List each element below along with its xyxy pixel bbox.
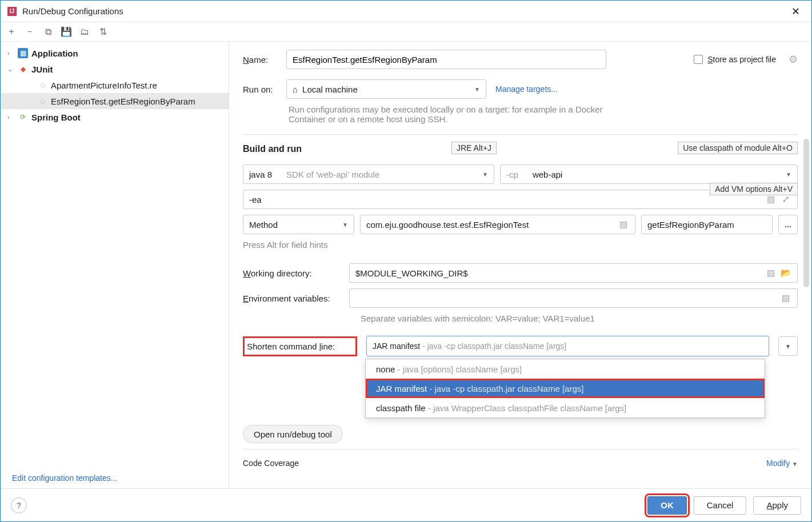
- junit-grey-icon: ◇: [37, 80, 47, 90]
- chevron-down-icon: ▼: [792, 461, 798, 467]
- remove-config-icon[interactable]: －: [25, 27, 35, 37]
- divider: [243, 134, 798, 135]
- working-dir-label: Working directory:: [243, 268, 340, 278]
- config-tree: › ▦ Application ⌄ ◆ JUnit ◇ ApartmentPic…: [1, 42, 229, 488]
- build-run-title: Build and run: [243, 144, 302, 154]
- spring-icon: ⟳: [18, 112, 28, 122]
- classpath-select[interactable]: -cp web-api ▼: [500, 164, 798, 184]
- env-vars-input[interactable]: ▤: [349, 288, 798, 308]
- apply-button[interactable]: Apply: [753, 496, 801, 515]
- divider: [243, 449, 798, 449]
- manage-targets-link[interactable]: Manage targets...: [495, 85, 558, 94]
- chevron-down-icon: ⌄: [7, 66, 14, 73]
- toolbar: ＋ － ⧉ 💾 🗂 ⇅: [1, 22, 811, 42]
- application-icon: ▦: [18, 48, 28, 58]
- junit-icon: ◆: [18, 64, 28, 74]
- copy-config-icon[interactable]: ⧉: [43, 27, 53, 37]
- close-icon[interactable]: ✕: [787, 3, 805, 20]
- class-input[interactable]: com.eju.goodhouse.test.esf.EsfRegionTest…: [360, 215, 635, 234]
- method-input[interactable]: getEsfRegionByParam: [641, 215, 773, 234]
- expand-list-icon[interactable]: ▤: [765, 194, 777, 205]
- field-hint: Press Alt for field hints: [243, 240, 798, 250]
- run-on-select[interactable]: ⌂ Local machine ▼: [286, 79, 486, 99]
- titlebar: IJ Run/Debug Configurations ✕: [1, 1, 811, 22]
- cancel-button[interactable]: Cancel: [694, 496, 747, 515]
- sort-config-icon[interactable]: ⇅: [98, 27, 108, 37]
- config-form: Name: Store as project file ⚙ Run on: ⌂ …: [229, 42, 811, 488]
- shorten-option-none[interactable]: none - java [options] className [args]: [366, 359, 765, 379]
- test-kind-select[interactable]: Method ▼: [243, 215, 354, 234]
- working-dir-input[interactable]: $MODULE_WORKING_DIR$ ▤ 📂: [349, 263, 798, 283]
- folder-icon[interactable]: 📂: [780, 267, 791, 279]
- shorten-select[interactable]: JAR manifest - java -cp classpath.jar cl…: [366, 336, 769, 356]
- shorten-label: Shorten command line:: [243, 336, 357, 356]
- checkbox-icon: [694, 55, 703, 64]
- gear-icon[interactable]: ⚙: [789, 53, 798, 66]
- jre-select[interactable]: java 8 SDK of 'web-api' module ▼: [243, 164, 494, 184]
- home-icon: ⌂: [293, 85, 298, 94]
- shorten-dropdown-panel: none - java [options] className [args] J…: [365, 359, 765, 418]
- run-on-hint: Run configurations may be executed local…: [289, 105, 609, 124]
- store-project-file-checkbox[interactable]: Store as project file: [694, 55, 776, 64]
- expand-list-icon[interactable]: ▤: [780, 292, 791, 304]
- run-on-label: Run on:: [243, 85, 277, 94]
- shorten-caret-button[interactable]: ▼: [778, 336, 798, 356]
- edit-templates-link[interactable]: Edit configuration templates...: [12, 473, 117, 483]
- tree-leaf-esfregion-test[interactable]: ◇ EsfRegionTest.getEsfRegionByParam: [1, 93, 229, 109]
- open-tool-button[interactable]: Open run/debug tool: [243, 425, 343, 443]
- dialog-footer: ? OK Cancel Apply: [1, 488, 811, 521]
- classpath-tooltip: Use classpath of module Alt+O: [678, 142, 798, 154]
- browse-method-button[interactable]: ...: [778, 215, 798, 234]
- chevron-down-icon: ▼: [786, 171, 791, 178]
- name-input[interactable]: [286, 50, 606, 69]
- add-config-icon[interactable]: ＋: [6, 27, 17, 37]
- chevron-down-icon: ▼: [474, 86, 480, 93]
- modify-coverage-link[interactable]: Modify ▼: [766, 459, 798, 468]
- app-logo-icon: IJ: [7, 7, 17, 16]
- save-config-icon[interactable]: 💾: [61, 27, 71, 37]
- expand-icon[interactable]: ⤢: [780, 194, 791, 205]
- tree-node-application[interactable]: › ▦ Application: [1, 45, 229, 61]
- chevron-down-icon: ▼: [482, 171, 488, 178]
- store-label: Store as project file: [707, 55, 776, 64]
- shorten-option-jar-manifest[interactable]: JAR manifest - java -cp classpath.jar cl…: [366, 379, 765, 398]
- junit-grey-icon: ◇: [37, 96, 47, 106]
- vm-options-tooltip: Add VM options Alt+V: [710, 183, 798, 195]
- shorten-option-classpath-file[interactable]: classpath file - java WrapperClass class…: [366, 398, 765, 417]
- env-vars-label: Environment variables:: [243, 294, 340, 303]
- folder-config-icon[interactable]: 🗂: [79, 27, 90, 37]
- expand-list-icon[interactable]: ▤: [618, 219, 629, 230]
- tree-node-spring-boot[interactable]: › ⟳ Spring Boot: [1, 109, 229, 125]
- chevron-down-icon: ▼: [342, 222, 348, 228]
- code-coverage-title: Code Coverage: [243, 459, 299, 468]
- ok-button[interactable]: OK: [647, 496, 687, 515]
- tree-node-junit[interactable]: ⌄ ◆ JUnit: [1, 61, 229, 77]
- chevron-down-icon: ▼: [785, 343, 791, 350]
- help-button[interactable]: ?: [11, 497, 27, 513]
- expand-list-icon[interactable]: ▤: [765, 267, 777, 279]
- chevron-right-icon: ›: [7, 114, 14, 121]
- jre-tooltip: JRE Alt+J: [451, 142, 497, 154]
- window-title: Run/Debug Configurations: [22, 6, 787, 16]
- scrollbar[interactable]: [803, 139, 809, 287]
- name-label: Name:: [243, 55, 277, 65]
- chevron-right-icon: ›: [7, 50, 14, 57]
- tree-leaf-apartment-test[interactable]: ◇ ApartmentPictureInfoTest.re: [1, 77, 229, 93]
- env-vars-hint: Separate variables with semicolon: VAR=v…: [361, 314, 798, 323]
